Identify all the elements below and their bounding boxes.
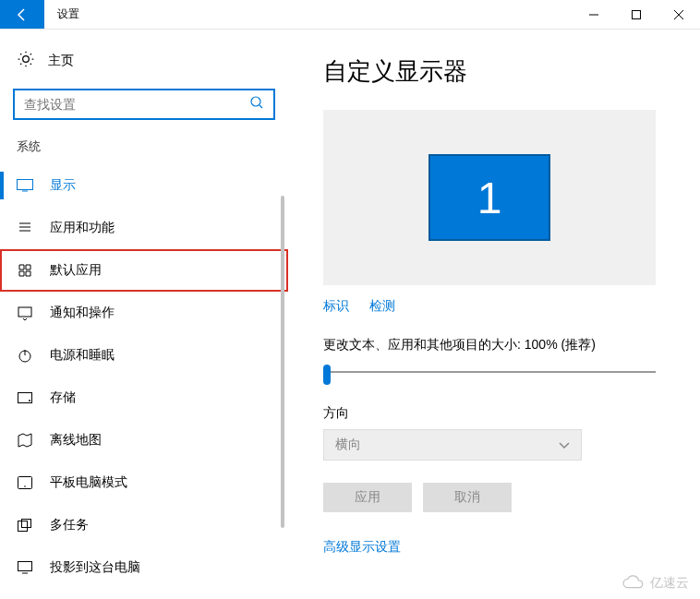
- cancel-button[interactable]: 取消: [423, 483, 512, 512]
- gear-icon: [17, 50, 35, 72]
- watermark: 亿速云: [621, 575, 689, 592]
- sidebar-item-maps[interactable]: 离线地图: [0, 419, 288, 461]
- sidebar-scrollbar[interactable]: [279, 196, 286, 599]
- watermark-text: 亿速云: [650, 575, 689, 592]
- close-icon: [674, 10, 683, 19]
- sidebar-item-label: 电源和睡眠: [50, 347, 115, 364]
- orientation-label: 方向: [323, 405, 656, 422]
- titlebar: 设置: [0, 0, 700, 30]
- search-input[interactable]: [24, 97, 249, 112]
- sidebar-item-label: 投影到这台电脑: [50, 559, 140, 576]
- back-button[interactable]: [0, 0, 44, 29]
- sidebar-section-label: 系统: [0, 138, 288, 164]
- cloud-icon: [621, 575, 646, 592]
- sidebar-item-label: 多任务: [50, 517, 89, 533]
- scale-slider[interactable]: [323, 365, 656, 379]
- search-icon: [249, 95, 264, 114]
- display-icon: [17, 179, 33, 192]
- svg-rect-12: [18, 562, 32, 571]
- scale-label: 更改文本、应用和其他项目的大小: 100% (推荐): [323, 337, 656, 353]
- scrollbar-thumb[interactable]: [281, 196, 284, 528]
- main-panel: 自定义显示器 1 标识 检测 更改文本、应用和其他项目的大小: 100% (推荐…: [288, 30, 700, 599]
- notifications-icon: [17, 305, 33, 320]
- sidebar-item-label: 显示: [50, 177, 76, 194]
- button-row: 应用 取消: [323, 483, 656, 512]
- svg-rect-0: [633, 10, 641, 18]
- sidebar-item-label: 离线地图: [50, 432, 102, 449]
- window-title: 设置: [44, 0, 92, 29]
- sidebar-item-storage[interactable]: 存储: [0, 377, 288, 419]
- svg-rect-10: [18, 521, 28, 532]
- svg-point-9: [24, 485, 26, 487]
- identify-link[interactable]: 标识: [323, 298, 349, 315]
- svg-rect-4: [18, 307, 31, 317]
- sidebar-item-label: 存储: [50, 389, 76, 406]
- nav-list: 显示 应用和功能 默认应用 通知和操作 电源和睡眠 存储: [0, 164, 288, 589]
- sidebar-item-default-apps[interactable]: 默认应用: [0, 249, 288, 292]
- svg-rect-11: [22, 520, 31, 528]
- sidebar-item-label: 默认应用: [50, 262, 102, 279]
- svg-point-1: [251, 97, 260, 106]
- power-icon: [17, 348, 33, 363]
- sidebar-item-project[interactable]: 投影到这台电脑: [0, 546, 288, 589]
- sidebar: 主页 系统 显示 应用和功能 默认应用 通知和操作: [0, 30, 288, 599]
- sidebar-item-label: 平板电脑模式: [50, 474, 127, 491]
- sidebar-item-power[interactable]: 电源和睡眠: [0, 334, 288, 377]
- project-icon: [17, 561, 33, 574]
- maps-icon: [17, 433, 33, 448]
- multitask-icon: [17, 519, 33, 532]
- advanced-display-link[interactable]: 高级显示设置: [323, 539, 401, 554]
- slider-track: [323, 371, 656, 373]
- display-preview[interactable]: 1: [323, 110, 656, 285]
- sidebar-item-label: 通知和操作: [50, 305, 115, 321]
- minimize-button[interactable]: [573, 0, 615, 29]
- page-title: 自定义显示器: [323, 55, 656, 88]
- sidebar-item-multitask[interactable]: 多任务: [0, 504, 288, 546]
- display-links: 标识 检测: [323, 298, 656, 315]
- tablet-icon: [17, 476, 33, 489]
- arrow-left-icon: [15, 7, 30, 22]
- apply-button[interactable]: 应用: [323, 483, 412, 512]
- maximize-button[interactable]: [615, 0, 658, 29]
- sidebar-item-apps[interactable]: 应用和功能: [0, 207, 288, 249]
- svg-rect-2: [18, 180, 33, 190]
- orientation-value: 横向: [335, 437, 361, 453]
- default-apps-icon: [17, 263, 33, 278]
- storage-icon: [17, 392, 33, 403]
- home-row[interactable]: 主页: [0, 50, 288, 89]
- orientation-dropdown[interactable]: 横向: [323, 429, 582, 461]
- chevron-down-icon: [559, 437, 570, 452]
- sidebar-item-notifications[interactable]: 通知和操作: [0, 292, 288, 334]
- home-label: 主页: [48, 53, 74, 69]
- search-box[interactable]: [13, 89, 275, 120]
- sidebar-item-tablet[interactable]: 平板电脑模式: [0, 461, 288, 504]
- sidebar-item-display[interactable]: 显示: [0, 164, 288, 207]
- content-area: 主页 系统 显示 应用和功能 默认应用 通知和操作: [0, 30, 700, 599]
- maximize-icon: [632, 10, 641, 19]
- sidebar-item-label: 应用和功能: [50, 220, 115, 236]
- detect-link[interactable]: 检测: [369, 298, 395, 315]
- minimize-icon: [589, 10, 598, 19]
- apps-icon: [17, 221, 33, 235]
- slider-thumb[interactable]: [323, 365, 331, 385]
- monitor-1[interactable]: 1: [428, 154, 550, 241]
- close-button[interactable]: [658, 0, 700, 29]
- svg-point-7: [29, 400, 30, 401]
